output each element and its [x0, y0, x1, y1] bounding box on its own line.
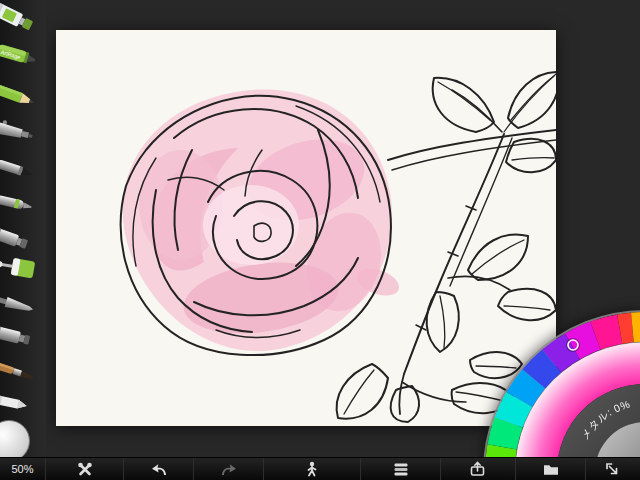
tool-pencil[interactable] — [0, 77, 42, 120]
bottom-toolbar: 50% — [0, 457, 640, 480]
tool-strip: ArtRage — [0, 0, 46, 458]
folder-icon — [542, 462, 560, 477]
tool-roller[interactable] — [0, 250, 42, 289]
crossed-tools-icon — [76, 461, 94, 477]
redo-arrow-icon — [220, 462, 238, 477]
export-button[interactable] — [440, 458, 515, 480]
corner-arrow-icon — [605, 462, 621, 477]
person-icon — [303, 461, 321, 477]
palette-disc[interactable] — [0, 420, 30, 462]
tool-felt-pen[interactable] — [0, 186, 42, 225]
ink-pen-icon — [0, 151, 42, 189]
tool-paint-tube[interactable] — [0, 0, 42, 44]
tool-eraser[interactable] — [0, 386, 42, 424]
roller-icon — [0, 250, 42, 285]
layers-button[interactable] — [360, 458, 440, 480]
eraser-icon — [0, 386, 42, 421]
palette-knife-icon — [0, 287, 42, 324]
tool-ink-pen[interactable] — [0, 151, 42, 193]
felt-pen-icon — [0, 186, 42, 221]
layers-icon — [392, 462, 410, 477]
gallery-button[interactable] — [515, 458, 585, 480]
tool-marker[interactable]: ArtRage — [0, 37, 44, 79]
collapse-button[interactable] — [585, 458, 640, 480]
undo-button[interactable] — [123, 458, 193, 480]
reference-figure-button[interactable] — [263, 458, 360, 480]
marker-icon: ArtRage — [0, 37, 44, 75]
zoom-indicator[interactable]: 50% — [0, 458, 45, 480]
color-picker[interactable]: メタル: 0% — [480, 302, 640, 480]
tool-airbrush[interactable] — [0, 114, 42, 154]
paintbrush-icon — [0, 353, 42, 391]
share-box-icon — [469, 461, 487, 477]
paint-tube-icon — [0, 0, 42, 40]
tool-metal-tube[interactable] — [0, 318, 42, 358]
pencil-icon — [0, 77, 42, 116]
metal-tube-icon — [0, 318, 42, 354]
undo-arrow-icon — [150, 462, 168, 477]
zoom-label: 50% — [11, 463, 33, 475]
tools-button[interactable] — [45, 458, 123, 480]
airbrush-icon — [0, 114, 42, 150]
redo-button[interactable] — [193, 458, 263, 480]
